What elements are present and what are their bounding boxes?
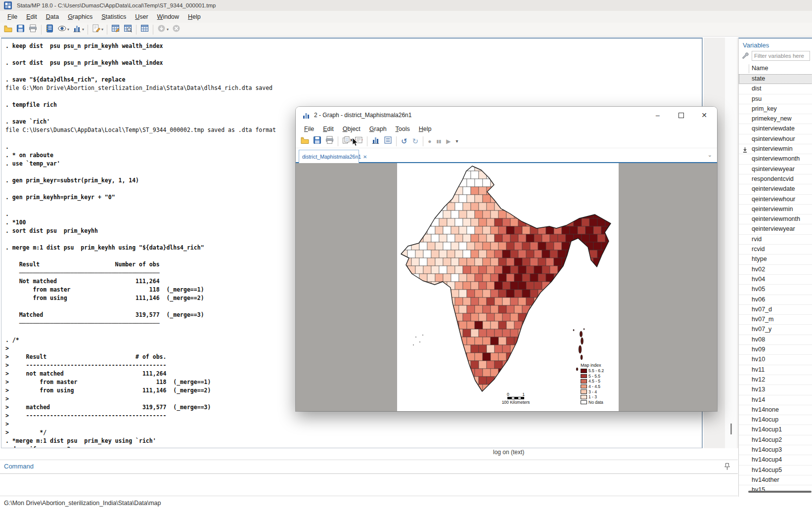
variable-row-qeinterviewyear[interactable]: qeinterviewyear [739,224,812,234]
record-button[interactable]: ● [426,135,433,147]
list-button[interactable] [382,135,394,147]
maximize-button[interactable] [673,110,689,121]
variable-row-qsinterviewyear[interactable]: qsinterviewyear [739,165,812,174]
main-menu-window[interactable]: Window [153,12,183,22]
viewer-button[interactable]: ▾ [56,24,70,36]
save-button[interactable] [15,24,26,36]
variable-row-qsinterviewhour[interactable]: qsinterviewhour [739,134,812,144]
dofile-editor-button[interactable]: ▾ [90,24,104,36]
save-button[interactable] [312,135,323,147]
variable-row-hv07_d[interactable]: hv07_d [739,305,812,315]
variable-row-qeinterviewhour[interactable]: qeinterviewhour [739,195,812,205]
wrench-icon[interactable] [742,52,749,61]
main-menu-graphics[interactable]: Graphics [63,12,97,22]
variable-row-hv14ocup5[interactable]: hv14ocup5 [739,466,812,475]
map-canvas[interactable]: Map index 5.5 - 6.25 - 5.54.5 - 54 - 4.5… [397,163,619,411]
variable-row-hv11[interactable]: hv11 [739,365,812,375]
variable-row-qsinterviewmin[interactable]: qsinterviewmin [739,144,812,154]
main-menu-edit[interactable]: Edit [22,12,42,22]
variable-row-hv14ocup3[interactable]: hv14ocup3 [739,445,812,455]
variable-row-hv14ocup2[interactable]: hv14ocup2 [739,435,812,445]
variable-row-rvid[interactable]: rvid [739,235,812,245]
variable-row-dist[interactable]: dist [739,84,812,94]
dropdown-caret-icon[interactable]: ▾ [167,27,169,32]
variable-row-hv10[interactable]: hv10 [739,355,812,365]
variable-row-respondentcvid[interactable]: respondentcvid [739,174,812,184]
record-icon: ● [428,138,431,145]
data-editor-button[interactable] [110,24,121,36]
graph-titlebar[interactable]: 2 - Graph - district_Maphistmala26n1 – ✕ [296,107,717,124]
variable-row-hv14[interactable]: hv14 [739,395,812,405]
main-menu-user[interactable]: User [131,12,152,22]
print-button[interactable] [324,135,335,147]
tab-list-chevron-icon[interactable]: ⌄ [708,152,712,158]
filter-variables-input[interactable] [752,51,810,61]
results-scrollbar-thumb[interactable] [730,424,732,434]
graph-menu-file[interactable]: File [300,124,318,134]
log-button[interactable] [44,24,55,36]
variable-row-qsinterviewmonth[interactable]: qsinterviewmonth [739,154,812,164]
variable-row-qeinterviewmonth[interactable]: qeinterviewmonth [739,214,812,224]
main-menu-file[interactable]: File [3,12,22,22]
overflow-button[interactable]: ▾ [454,135,460,147]
variables-manager-button[interactable] [139,24,150,36]
undo-button[interactable]: ↺ [399,135,409,147]
print-button[interactable] [27,24,39,36]
variable-row-psu[interactable]: psu [739,94,812,104]
variable-row-hv14ocup1[interactable]: hv14ocup1 [739,425,812,435]
variable-row-hv14ocup4[interactable]: hv14ocup4 [739,455,812,465]
open-button[interactable] [2,24,14,36]
variable-row-hv07_m[interactable]: hv07_m [739,315,812,325]
graph-menu-help[interactable]: Help [414,124,436,134]
minimize-button[interactable]: – [649,110,666,121]
data-browser-button[interactable] [122,24,134,36]
main-menu-help[interactable]: Help [183,12,205,22]
graph-menu-tools[interactable]: Tools [391,124,414,134]
variable-row-hv09[interactable]: hv09 [739,345,812,355]
dropdown-caret-icon[interactable]: ▾ [82,27,84,32]
variable-row-hv07_y[interactable]: hv07_y [739,325,812,335]
dropdown-caret-icon[interactable]: ▾ [101,27,103,32]
variable-row-hv02[interactable]: hv02 [739,265,812,275]
variables-name-header[interactable]: Name [739,63,812,75]
main-menu-data[interactable]: Data [42,12,63,22]
close-button[interactable]: ✕ [696,110,713,121]
break-button[interactable] [171,24,182,36]
legend-swatch-icon [581,389,587,394]
graph-menu-graph[interactable]: Graph [365,124,391,134]
variable-row-primekey_new[interactable]: primekey_new [739,114,812,124]
variable-row-hv12[interactable]: hv12 [739,375,812,385]
more-button[interactable]: ▾ [156,24,170,36]
variable-row-qeinterviewmin[interactable]: qeinterviewmin [739,205,812,214]
variable-row-hv13[interactable]: hv13 [739,385,812,395]
variable-row-rcvid[interactable]: rcvid [739,245,812,255]
variable-row-htype[interactable]: htype [739,255,812,264]
graph-button[interactable]: ▾ [71,24,85,36]
variable-row-hv05[interactable]: hv05 [739,285,812,295]
variable-row-hv14other[interactable]: hv14other [739,475,812,485]
open-button[interactable] [299,135,311,147]
variable-row-prim_key[interactable]: prim_key [739,104,812,114]
results-vertical-scrollbar[interactable] [725,38,737,448]
variable-row-hv04[interactable]: hv04 [739,275,812,285]
variable-row-qeinterviewdate[interactable]: qeinterviewdate [739,184,812,194]
variable-row-hv14ocup[interactable]: hv14ocup [739,415,812,425]
dropdown-caret-icon[interactable]: ▾ [67,27,69,32]
command-input[interactable] [1,474,739,496]
variable-row-hv08[interactable]: hv08 [739,335,812,345]
variable-row-hv06[interactable]: hv06 [739,295,812,305]
graph-tab[interactable]: district_Maphistmala26n1 ✕ [299,150,359,163]
variables-hscrollbar-thumb[interactable] [748,491,812,493]
variable-row-qsinterviewdate[interactable]: qsinterviewdate [739,124,812,134]
graph-menu-object[interactable]: Object [338,124,365,134]
variable-row-state[interactable]: state [739,74,812,84]
play-button[interactable]: ▶ [444,135,452,147]
pause-button[interactable]: ▮▮ [434,135,443,147]
tab-close-icon[interactable]: ✕ [363,154,367,160]
graph-menu-edit[interactable]: Edit [318,124,338,134]
variable-row-hv14none[interactable]: hv14none [739,405,812,415]
redo-button[interactable]: ↻ [410,135,421,147]
main-menu-statistics[interactable]: Statistics [97,12,131,22]
graph-button[interactable] [370,135,381,147]
pin-icon[interactable] [724,463,730,472]
